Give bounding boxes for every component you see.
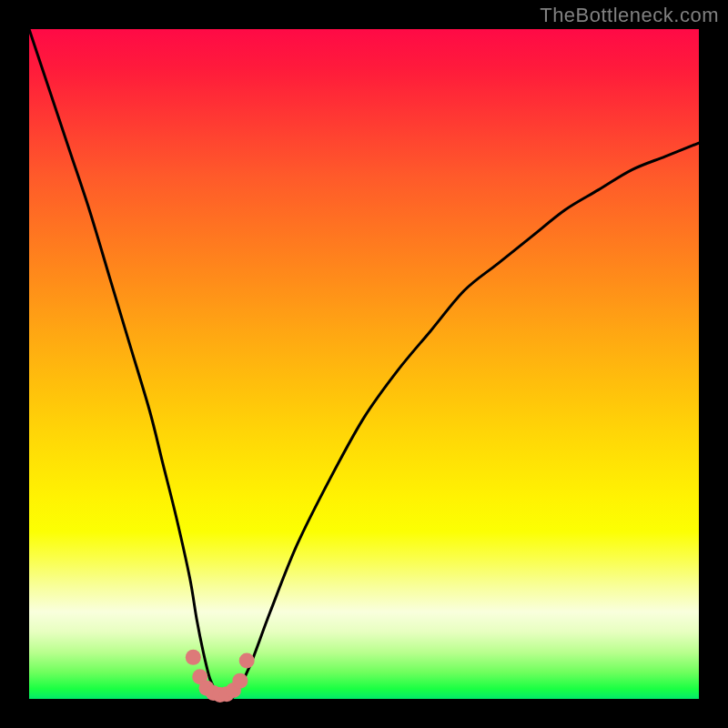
fit-marker: [232, 673, 248, 689]
bottleneck-curve: [29, 29, 699, 700]
curve-layer: [29, 29, 699, 699]
attribution-text: TheBottleneck.com: [540, 4, 719, 27]
fit-marker: [186, 650, 201, 665]
plot-area: [29, 29, 699, 699]
fit-marker: [239, 653, 255, 669]
fit-markers-group: [186, 650, 255, 703]
chart-frame: TheBottleneck.com: [0, 0, 728, 728]
